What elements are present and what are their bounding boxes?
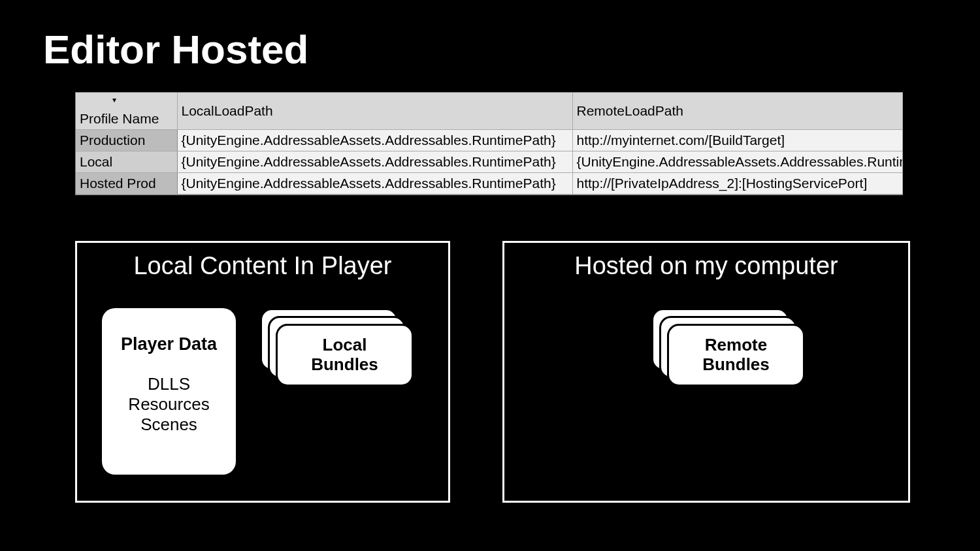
table-row[interactable]: Hosted Prod {UnityEngine.AddressableAsse… <box>76 173 902 195</box>
profiles-table: ▾ Profile Name LocalLoadPath RemoteLoadP… <box>75 92 903 195</box>
bundle-card-front: Remote Bundles <box>667 324 805 386</box>
cell-local-path: {UnityEngine.AddressableAssets.Addressab… <box>177 151 572 173</box>
col-remote-load-path[interactable]: RemoteLoadPath <box>572 93 902 130</box>
slide-title: Editor Hosted <box>43 26 941 72</box>
hosted-panel: Hosted on my computer Remote Bundles <box>502 241 910 503</box>
bundle-label: Remote Bundles <box>702 336 770 375</box>
panel-title: Hosted on my computer <box>504 252 908 280</box>
panel-title: Local Content In Player <box>77 252 448 280</box>
cell-remote-path: http://myinternet.com/[BuildTarget] <box>572 130 902 151</box>
bundle-card-front: Local Bundles <box>276 324 414 386</box>
player-data-card: Player Data DLLS Resources Scenes <box>102 308 236 475</box>
cell-local-path: {UnityEngine.AddressableAssets.Addressab… <box>177 130 572 151</box>
bundle-label: Local Bundles <box>311 336 378 375</box>
cell-profile-name: Production <box>76 130 177 151</box>
local-content-panel: Local Content In Player Player Data DLLS… <box>75 241 450 503</box>
cell-local-path: {UnityEngine.AddressableAssets.Addressab… <box>177 173 572 195</box>
cell-remote-path: {UnityEngine.AddressableAssets.Addressab… <box>572 151 902 173</box>
cell-profile-name: Hosted Prod <box>76 173 177 195</box>
player-data-title: Player Data <box>102 334 236 354</box>
table-row[interactable]: Production {UnityEngine.AddressableAsset… <box>76 130 902 151</box>
table-row[interactable]: Local {UnityEngine.AddressableAssets.Add… <box>76 151 902 173</box>
col-local-load-path[interactable]: LocalLoadPath <box>177 93 572 130</box>
cell-remote-path: http://[PrivateIpAddress_2]:[HostingServ… <box>572 173 902 195</box>
cell-profile-name: Local <box>76 151 177 173</box>
sort-indicator-icon: ▾ <box>112 95 116 104</box>
player-data-lines: DLLS Resources Scenes <box>102 374 236 435</box>
col-profile-name[interactable]: ▾ Profile Name <box>76 93 177 130</box>
